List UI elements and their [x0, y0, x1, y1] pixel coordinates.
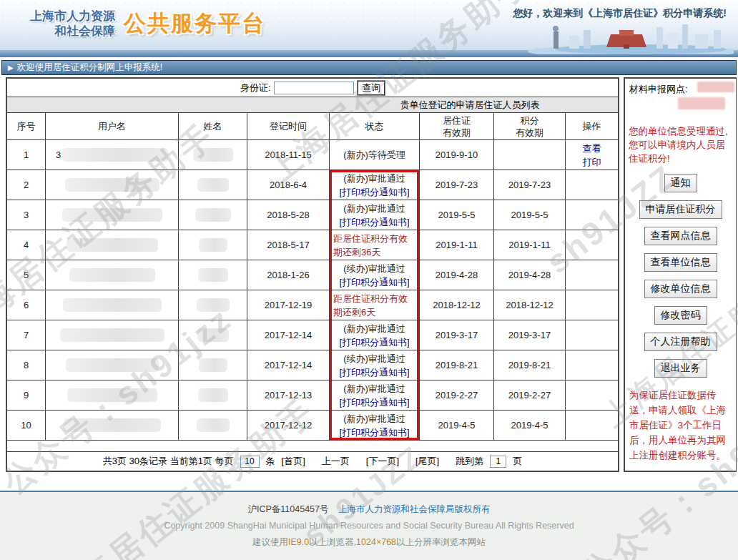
username-prefix: 3 — [56, 149, 61, 160]
first-page-link[interactable]: [首页] — [282, 455, 305, 468]
per-page-unit: 条 — [266, 455, 275, 468]
cell-points-validity: 2019-8-21 — [494, 350, 566, 380]
column-header: 操作 — [566, 113, 618, 140]
table-gap — [7, 441, 618, 451]
apply-points-button[interactable]: 申请居住证积分 — [639, 200, 722, 219]
cell-name — [179, 411, 247, 441]
cell-serial: 2 — [7, 170, 46, 200]
print-points-notice-link[interactable]: [打印积分通知书] — [339, 185, 409, 199]
cell-reg-date: 2017-12-13 — [247, 380, 330, 411]
status-text: (续办)审批通过 — [343, 352, 405, 365]
column-header: 姓名 — [179, 113, 247, 140]
redacted-username — [63, 298, 162, 312]
print-points-notice-link[interactable]: [打印积分通知书] — [339, 396, 409, 409]
cell-reg-date: 2018-5-28 — [247, 200, 330, 230]
cell-status-highlighted: (新办)审批通过[打印积分通知书] — [330, 200, 420, 230]
arrow-icon: ▶ — [8, 64, 14, 72]
id-search-label: 身份证: — [240, 82, 271, 94]
redacted-name — [193, 148, 233, 162]
advice-pre: 建议使用 — [252, 537, 288, 547]
cell-points-validity: 2018-12-12 — [494, 290, 566, 320]
cell-permit-validity: 2019-4-5 — [420, 411, 494, 441]
print-link[interactable]: 打印 — [583, 155, 601, 169]
sidebar-approval-notice: 您的单位信息受理通过,您可以申请境内人员居住证积分! — [625, 124, 736, 165]
redacted-username — [60, 328, 164, 342]
cell-permit-validity: 2019-3-17 — [420, 320, 494, 350]
redacted-name — [197, 298, 230, 312]
table-row: 82017-12-14(续办)审批通过[打印积分通知书]2019-8-21201… — [7, 350, 618, 380]
column-header-line: 积分 — [521, 114, 539, 127]
print-points-notice-link[interactable]: [打印积分通知书] — [339, 365, 409, 379]
cell-name — [179, 140, 247, 170]
cell-username — [46, 260, 179, 290]
per-page-input[interactable] — [240, 456, 260, 468]
logo-line1: 上海市人力资源 — [30, 9, 115, 24]
cell-username — [46, 411, 179, 441]
cell-points-validity: 2019-4-28 — [494, 260, 566, 290]
applicant-table-panel: 身份证: 查询 贵单位登记的申请居住证人员列表 序号用户名姓名登记时间状态居住证… — [6, 77, 619, 472]
cell-reg-date: 2018-1-26 — [247, 260, 330, 290]
change-password-button[interactable]: 修改密码 — [654, 306, 707, 325]
cell-serial: 10 — [7, 411, 46, 441]
advice-post: 以上分辨率浏览本网站 — [396, 537, 486, 547]
column-header: 状态 — [330, 113, 420, 140]
cell-name — [179, 290, 247, 320]
redacted-username — [62, 148, 168, 162]
next-page-link[interactable]: [下一页] — [366, 455, 399, 468]
column-header: 序号 — [7, 113, 46, 140]
status-text: 距居住证积分有效期还剩36天 — [333, 232, 415, 259]
view-unit-info-button[interactable]: 查看单位信息 — [644, 253, 717, 272]
cell-operations — [566, 350, 618, 380]
copyright-english: Copyright 2009 ShangHai Municipal Human … — [0, 518, 738, 534]
search-button[interactable]: 查询 — [358, 81, 385, 95]
cell-operations — [566, 380, 618, 411]
status-text: 距居住证积分有效期还剩6天 — [333, 292, 415, 319]
table-row: 42018-5-17距居住证积分有效期还剩36天2019-1-112019-1-… — [7, 230, 618, 260]
cell-name — [179, 170, 247, 200]
id-search-row: 身份证: 查询 — [7, 79, 618, 97]
cell-operations — [566, 411, 618, 441]
table-row: 102017-12-12(新办)审批通过[打印积分通知书]2019-4-5201… — [7, 411, 618, 441]
cell-permit-validity: 2019-4-28 — [420, 260, 494, 290]
status-text: (新办)审批通过 — [343, 412, 405, 426]
view-link[interactable]: 查看 — [583, 142, 601, 155]
site-logo: 上海市人力资源 和社会保障 公共服务平台 — [30, 9, 265, 39]
bureau-copyright-link[interactable]: 上海市人力资源和社会保障局版权所有 — [338, 504, 491, 514]
column-header: 登记时间 — [247, 113, 330, 140]
cell-operations — [566, 230, 618, 260]
print-points-notice-link[interactable]: [打印积分通知书] — [339, 335, 409, 349]
print-points-notice-link[interactable]: [打印积分通知书] — [339, 215, 409, 229]
cell-serial: 3 — [7, 200, 46, 230]
sidebar-data-notice: 为保证居住证数据传送，申请人领取《上海市居住证》3个工作日后，用人单位再为其网上… — [625, 388, 736, 463]
cell-name — [179, 320, 247, 350]
jump-page-input[interactable] — [490, 456, 506, 468]
redacted-username — [66, 358, 159, 372]
edit-unit-info-button[interactable]: 修改单位信息 — [644, 280, 717, 298]
prev-page-link[interactable]: 上一页 — [322, 455, 350, 468]
browser-advice: 建议使用IE9.0以上浏览器,1024×768以上分辨率浏览本网站 — [0, 534, 738, 551]
column-header-line: 有效期 — [516, 127, 543, 139]
print-points-notice-link[interactable]: [打印积分通知书] — [339, 426, 409, 439]
cell-reg-date: 2018-11-15 — [247, 140, 330, 170]
sidebar: 材料申报网点: 您的单位信息受理通过,您可以申请境内人员居住证积分! 通知申请居… — [624, 77, 737, 472]
cell-points-validity: 2019-4-5 — [494, 411, 566, 441]
cell-username: 3 — [46, 140, 179, 170]
cell-serial: 7 — [7, 320, 46, 350]
logout-button[interactable]: 退出业务 — [654, 359, 707, 378]
view-site-info-button[interactable]: 查看网点信息 — [644, 227, 717, 245]
personal-register-help-button[interactable]: 个人注册帮助 — [644, 333, 717, 351]
cell-serial: 4 — [7, 230, 46, 260]
cell-status: (新办)等待受理 — [330, 140, 420, 170]
last-page-link[interactable]: [尾页] — [415, 455, 439, 468]
logo-line2: 和社会保障 — [30, 24, 115, 39]
cell-status-highlighted: 距居住证积分有效期还剩36天 — [330, 230, 420, 260]
id-search-input[interactable] — [274, 82, 354, 94]
logo-platform-name: 公共服务平台 — [124, 9, 265, 39]
redacted-name — [195, 208, 231, 222]
redacted-site-value — [678, 97, 725, 109]
notice-button[interactable]: 通知 — [664, 174, 697, 192]
cell-permit-validity: 2019-2-27 — [420, 380, 494, 411]
cell-permit-validity: 2019-5-5 — [420, 200, 494, 230]
redacted-username — [67, 388, 157, 402]
print-points-notice-link[interactable]: [打印积分通知书] — [339, 275, 409, 289]
